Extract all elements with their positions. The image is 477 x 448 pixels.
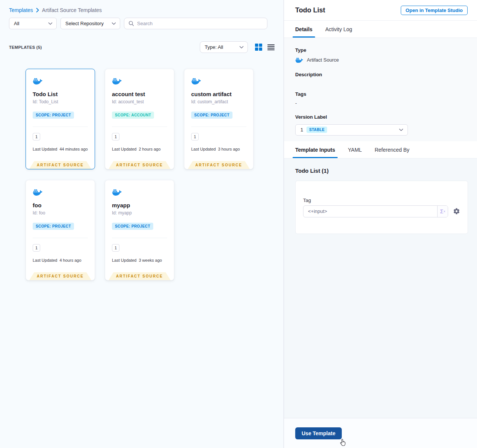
scope-filter-dropdown[interactable]: All: [9, 18, 57, 29]
tab-activity-log[interactable]: Activity Log: [325, 21, 352, 38]
template-library-app: Templates Artifact Source Templates All …: [0, 0, 477, 448]
card-title: custom artifact: [191, 91, 246, 97]
template-card-custom-artifact[interactable]: custom artifact Id: custom_artifact SCOP…: [184, 69, 254, 169]
last-updated: Last Updated 2 hours ago: [112, 147, 167, 151]
breadcrumb-templates-link[interactable]: Templates: [9, 7, 33, 13]
template-card-myapp[interactable]: myapp Id: myapp SCOPE: PROJECT 1 Last Up…: [105, 180, 174, 281]
scope-badge: SCOPE: PROJECT: [191, 112, 232, 119]
scope-badge: SCOPE: PROJECT: [33, 112, 74, 119]
panel-title: Todo List: [295, 6, 325, 14]
template-list-panel: Templates Artifact Source Templates All …: [0, 0, 284, 448]
chevron-down-icon: [399, 128, 403, 131]
sigma-sup: x: [444, 210, 445, 213]
type-filter-value: Type: All: [205, 44, 223, 50]
docker-whale-icon: [112, 77, 122, 85]
card-id: Id: Todo_List: [33, 99, 88, 104]
scope-badge: SCOPE: PROJECT: [112, 223, 153, 230]
last-updated: Last Updated 44 minutes ago: [33, 147, 88, 151]
template-card-account-test[interactable]: account test Id: account_test SCOPE: ACC…: [105, 69, 174, 169]
search-icon: [128, 21, 134, 26]
card-id: Id: custom_artifact: [191, 99, 246, 104]
template-type-ribbon: ARTIFACT SOURCE: [29, 161, 91, 169]
filter-row: All Select Repository: [9, 18, 284, 29]
version-count-chip: 1: [33, 244, 40, 252]
last-updated: Last Updated 4 hours ago: [33, 258, 88, 262]
grid-view-icon[interactable]: [255, 44, 262, 51]
docker-whale-icon: [295, 57, 303, 63]
chevron-right-icon: [36, 8, 39, 12]
chevron-down-icon: [112, 22, 116, 25]
card-id: Id: myapp: [112, 210, 167, 216]
last-updated-label: Last Updated: [33, 147, 57, 151]
scope-badge: SCOPE: PROJECT: [33, 223, 74, 230]
details-header: Todo List Open in Template Studio: [284, 0, 477, 21]
search-input[interactable]: [137, 21, 263, 26]
docker-whale-icon: [33, 189, 42, 196]
type-value: Artifact Source: [307, 57, 339, 63]
list-view-icon[interactable]: [267, 44, 275, 50]
templates-count-label: TEMPLATES (5): [9, 45, 42, 50]
sigma-glyph: Σ: [440, 208, 444, 214]
last-updated-value: 4 hours ago: [59, 258, 81, 262]
last-updated-label: Last Updated: [191, 147, 216, 151]
template-type-ribbon: ARTIFACT SOURCE: [29, 272, 91, 280]
tag-label: Tag: [303, 198, 460, 203]
inputs-tabbar: Template Inputs YAML Referenced By: [284, 141, 477, 158]
description-label: Description: [295, 72, 466, 77]
breadcrumb: Templates Artifact Source Templates: [9, 7, 284, 13]
use-template-button[interactable]: Use Template: [295, 427, 342, 439]
tags-value: -: [295, 100, 466, 106]
search-box: [124, 18, 267, 29]
last-updated-label: Last Updated: [33, 258, 57, 262]
expression-icon[interactable]: Σx: [437, 206, 448, 217]
last-updated: Last Updated 3 hours ago: [191, 147, 246, 151]
template-type-ribbon: ARTIFACT SOURCE: [188, 161, 250, 169]
breadcrumb-current: Artifact Source Templates: [42, 7, 102, 13]
card-title: Todo List: [33, 91, 88, 97]
divider: [191, 127, 246, 127]
stable-badge: STABLE: [306, 127, 327, 133]
repository-filter-value: Select Repository: [65, 21, 104, 26]
card-id: Id: foo: [33, 210, 88, 216]
tab-template-inputs[interactable]: Template Inputs: [295, 141, 335, 158]
type-filter-dropdown[interactable]: Type: All: [200, 41, 248, 53]
divider: [33, 127, 88, 127]
details-tabbar: Details Activity Log: [284, 21, 477, 38]
open-in-template-studio-button[interactable]: Open in Template Studio: [401, 6, 468, 15]
repository-filter-dropdown[interactable]: Select Repository: [60, 18, 120, 29]
tab-yaml[interactable]: YAML: [348, 141, 362, 158]
tag-input[interactable]: [303, 206, 437, 217]
template-details-panel: Todo List Open in Template Studio Detail…: [284, 0, 477, 448]
docker-whale-icon: [33, 77, 42, 85]
docker-whale-icon: [191, 77, 201, 85]
tab-referenced-by[interactable]: Referenced By: [374, 141, 409, 158]
last-updated-value: 2 hours ago: [139, 147, 160, 151]
last-updated-label: Last Updated: [112, 258, 136, 262]
details-section: Type Artifact Source Description Tags - …: [284, 38, 477, 141]
view-toggle: [255, 44, 275, 51]
docker-whale-icon: [112, 189, 122, 196]
template-inputs-section: Todo List (1) Tag Σx: [284, 158, 477, 418]
details-footer: Use Template: [284, 418, 477, 448]
version-number: 1: [300, 127, 303, 133]
version-count-chip: 1: [112, 244, 119, 252]
divider: [112, 127, 167, 127]
card-title: account test: [112, 91, 167, 97]
last-updated-value: 44 minutes ago: [59, 147, 88, 151]
version-dropdown[interactable]: 1 STABLE: [295, 124, 408, 136]
last-updated-value: 3 hours ago: [218, 147, 240, 151]
inputs-section-title: Todo List (1): [295, 167, 468, 174]
template-card-foo[interactable]: foo Id: foo SCOPE: PROJECT 1 Last Update…: [26, 180, 95, 281]
inputs-card: Tag Σx: [295, 181, 468, 234]
tag-input-wrapper: Σx: [303, 205, 448, 217]
tab-details[interactable]: Details: [295, 21, 312, 38]
version-count-chip: 1: [33, 133, 40, 140]
card-title: foo: [33, 202, 88, 208]
chevron-down-icon: [48, 22, 53, 25]
type-label: Type: [295, 47, 466, 53]
card-title: myapp: [112, 202, 167, 208]
template-card-todo-list[interactable]: Todo List Id: Todo_List SCOPE: PROJECT 1…: [26, 69, 95, 169]
scope-badge: SCOPE: ACCOUNT: [112, 112, 154, 119]
divider: [112, 238, 167, 238]
gear-icon[interactable]: [453, 208, 460, 215]
